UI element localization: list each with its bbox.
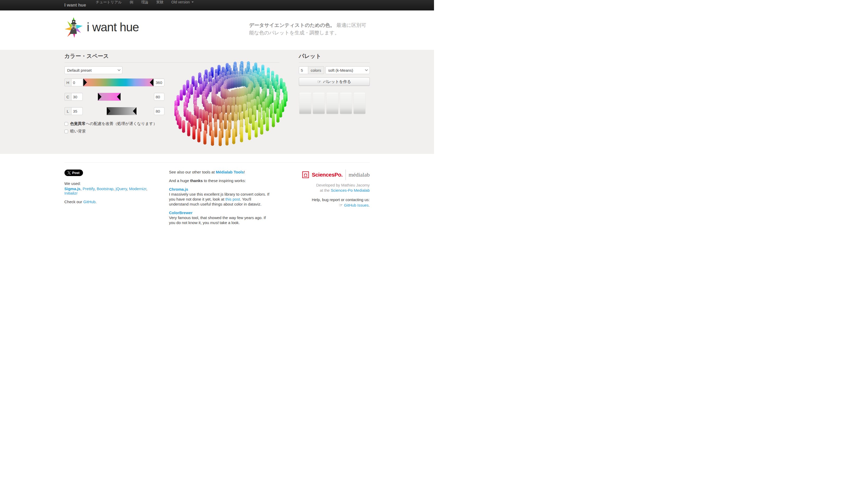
chroma-max-input[interactable] (154, 93, 164, 101)
hue-min-input[interactable] (71, 78, 83, 86)
see-also-prefix: See also our other tools at (169, 170, 216, 174)
link-initializr[interactable]: Initializr (64, 191, 78, 195)
hue-handle-max[interactable] (150, 78, 153, 86)
dark-background-checkbox[interactable] (64, 130, 68, 133)
rainbow-star-logo (64, 16, 83, 38)
developed-by-line: Developed by Mathieu Jacomy (289, 183, 370, 188)
lightness-slider-range (107, 107, 137, 115)
link-github[interactable]: GitHub (83, 200, 95, 204)
link-sciencespo-medialab[interactable]: Sciences-Po Medialab (331, 188, 370, 192)
colorblind-label: 色覚異常への配慮を改善（処理が遅くなります） (70, 121, 157, 126)
palette-swatch[interactable] (299, 93, 311, 114)
link-chromajs[interactable]: Chroma.js (169, 187, 188, 192)
x-post-label: Post (72, 171, 79, 175)
nav-item-tutorial[interactable]: チュートリアル (92, 0, 126, 5)
navbar-menu: チュートリアル 例 理論 実験 Old version (92, 0, 198, 10)
lightness-handle-min[interactable] (107, 107, 110, 115)
nav-item-examples[interactable]: 例 (126, 0, 137, 5)
colorspace-canvas[interactable] (164, 61, 295, 147)
chroma-handle-max[interactable] (117, 93, 121, 101)
hue-handle-min[interactable] (83, 78, 87, 86)
we-used-line: We used: (64, 181, 154, 186)
palette-controls: colors soft (k-Means) (299, 66, 370, 74)
chevron-down-icon (365, 68, 368, 71)
nav-item-theory[interactable]: 理論 (137, 0, 152, 5)
navbar-brand[interactable]: I want hue (64, 0, 92, 10)
palette-heading: パレット (299, 52, 370, 60)
hue-slider-range (83, 78, 153, 86)
see-also-line: See also our other tools at Médialab Too… (169, 170, 270, 174)
colorbrewer-description: Very famous tool, that showed the way fe… (169, 215, 270, 225)
palette-panel: パレット colors soft (k-Means) ☞ パレットを作る (299, 52, 370, 136)
lightness-max-input[interactable] (154, 107, 164, 115)
help-line: Help, bug report or contacting us: (289, 197, 370, 203)
lightness-handle-max[interactable] (133, 107, 136, 115)
navbar: I want hue チュートリアル 例 理論 実験 Old version (0, 0, 434, 11)
link-sigmajs[interactable]: Sigma.js (64, 187, 81, 191)
medialab-wordmark: médialab (349, 171, 370, 178)
x-logo-icon (67, 171, 71, 174)
chevron-down-icon (117, 68, 120, 71)
lightness-min-input[interactable] (71, 107, 83, 115)
page-title: i want hue (87, 16, 139, 38)
hue-slider-track[interactable] (83, 78, 153, 87)
emphasis: must (210, 221, 219, 225)
chroma-slider-track[interactable] (83, 93, 153, 101)
color-count-input[interactable] (299, 66, 308, 74)
lightness-label: L (64, 107, 71, 115)
libs-line: Sigma.js, Prettify, Bootstrap, jQuery, M… (64, 187, 154, 195)
chroma-label: C (64, 93, 71, 101)
link-medialab-tools[interactable]: Médialab Tools (216, 170, 244, 174)
github-issues-line: ☞ GitHub Issues. (289, 203, 370, 208)
link-modernizr[interactable]: Modernizr (129, 187, 146, 191)
old-version-label: Old version (171, 0, 190, 4)
footer-divider (64, 163, 370, 163)
chroma-handle-min[interactable] (98, 93, 101, 101)
thanks-prefix: And a huge (169, 178, 190, 183)
thanks-bold: thanks (190, 178, 203, 183)
link-jquery[interactable]: jQuery (116, 187, 127, 191)
palette-swatch[interactable] (340, 93, 352, 114)
preset-select[interactable]: Default preset (64, 66, 123, 74)
brand-row: i want hue (64, 16, 139, 38)
period: . (369, 203, 370, 207)
make-palette-button[interactable]: ☞ パレットを作る (299, 77, 370, 86)
check-prefix: Check our (64, 200, 84, 204)
hand-pointer-icon: ☞ (317, 79, 321, 84)
lightness-slider-track[interactable] (83, 107, 153, 115)
link-github-issues[interactable]: GitHub Issues (344, 203, 369, 207)
chroma-slider-range (98, 93, 121, 101)
thanks-suffix: to these inspiring works: (203, 178, 246, 183)
thanks-line: And a huge thanks to these inspiring wor… (169, 178, 270, 183)
x-post-button[interactable]: Post (64, 170, 83, 176)
link-prettify[interactable]: Prettify (83, 187, 95, 191)
hand-pointer-icon: ☞ (339, 203, 344, 208)
colorspace-panel: カラー・スペース Default preset H (64, 52, 279, 136)
method-select[interactable]: soft (k-Means) (326, 66, 370, 74)
sciencespo-crest-icon (302, 171, 309, 178)
hue-max-input[interactable] (154, 78, 164, 86)
text: take a look. (219, 221, 240, 225)
page-header: i want hue データサイエンティストのための色。 最適に区別可能な色のパ… (0, 11, 434, 50)
link-this-post[interactable]: this post (225, 197, 240, 201)
sciencespo-medialab-logo[interactable]: SciencesPo. médialab (289, 170, 370, 180)
palette-swatch[interactable] (313, 93, 325, 114)
tagline-bold: データサイエンティストのための色。 (249, 22, 335, 28)
chromajs-description: I massively use this excellent js librar… (169, 192, 270, 207)
make-palette-label: パレットを作る (323, 79, 351, 84)
at-medialab-line: at the Sciences-Po Medialab (289, 188, 370, 193)
palette-swatches (299, 93, 370, 114)
chroma-min-input[interactable] (71, 93, 83, 101)
link-bootstrap[interactable]: Bootstrap (96, 187, 113, 191)
palette-swatch[interactable] (327, 93, 338, 114)
nav-item-old-version[interactable]: Old version (168, 0, 198, 4)
logo-divider (346, 170, 346, 180)
color-count-unit: colors (308, 66, 324, 74)
separator: , (80, 187, 82, 191)
colorblind-checkbox[interactable] (64, 122, 68, 126)
nav-item-experiments[interactable]: 実験 (152, 0, 168, 5)
color-count-group: colors (299, 66, 324, 74)
sciencespo-wordmark: SciencesPo. (312, 172, 343, 178)
link-colorbrewer[interactable]: ColorBrewer (169, 210, 192, 215)
palette-swatch[interactable] (354, 93, 365, 114)
